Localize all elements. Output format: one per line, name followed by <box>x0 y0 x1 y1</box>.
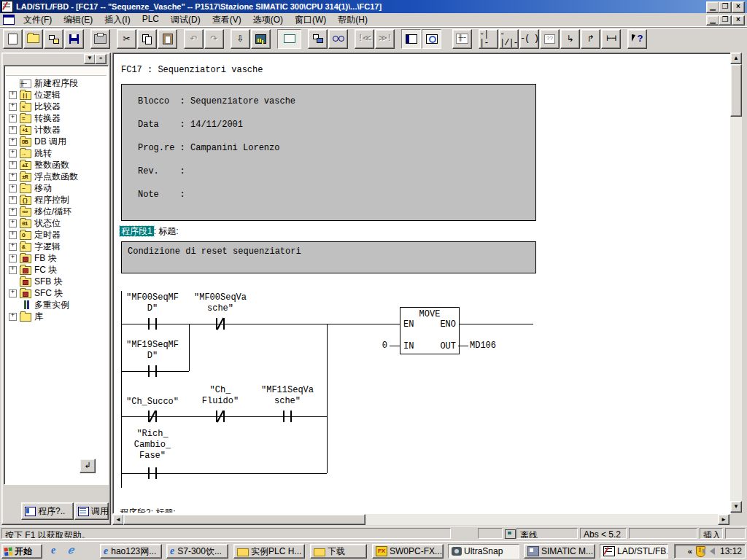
taskbar-button-下载[interactable]: 下载 <box>310 544 367 559</box>
title-bar[interactable]: LAD/STL/FBD - [FC17 -- "Sequenze_Vasche"… <box>0 0 747 13</box>
contact-label-ch-fluido[interactable]: "Ch_ Fluido" <box>202 385 239 407</box>
save-button[interactable] <box>64 29 84 49</box>
contact-no-rich-cambio-fase[interactable] <box>146 467 159 479</box>
tree-expand-icon[interactable]: + <box>9 254 17 262</box>
tree-expand-icon[interactable]: + <box>9 208 17 216</box>
copy-button[interactable] <box>137 29 157 49</box>
tree-item-状态位[interactable]: +01状态位 <box>4 217 108 229</box>
tree-item-比较器[interactable]: +<比较器 <box>4 101 108 112</box>
move-in-operand[interactable]: 0 <box>368 341 387 351</box>
tree-item-新建程序段[interactable]: +╫┄新建程序段 <box>4 77 108 89</box>
quicklaunch-ie-icon[interactable]: e <box>47 545 60 558</box>
help-select-button[interactable] <box>627 29 647 49</box>
menu-item-2[interactable]: 编辑(E) <box>58 12 98 28</box>
contact-no-mf11seqvasche[interactable] <box>281 411 294 422</box>
contact-no-mf00seqmfd[interactable] <box>146 318 159 330</box>
contact-no-mf19seqmfd[interactable] <box>146 365 159 377</box>
scroll-left-icon[interactable]: ◄ <box>112 514 124 525</box>
tree-item-整数函数[interactable]: +±I整数函数 <box>4 159 108 171</box>
network-number[interactable]: 程序段1 <box>120 226 154 236</box>
contact-label-mf00seqvasche[interactable]: "MF00SeqVa sche" <box>194 292 247 314</box>
new-network-button[interactable]: ╫┄ <box>452 29 472 49</box>
tree-expand-icon[interactable]: + <box>9 103 17 111</box>
horizontal-scroll-thumb[interactable] <box>123 514 365 525</box>
tree-item-SFC 块[interactable]: +SFC 块 <box>4 287 108 299</box>
contact-label-mf19seqmfd[interactable]: "MF19SeqMF D" <box>126 340 179 362</box>
tree-item-字逻辑[interactable]: +&字逻辑 <box>4 241 108 252</box>
tree-item-SFB 块[interactable]: +SFB 块 <box>4 276 108 287</box>
tree-expand-icon[interactable]: + <box>9 161 17 169</box>
menu-item-5[interactable]: 调试(D) <box>165 12 206 28</box>
block-comment-box[interactable]: Blocco : Sequenziatore vascheData : 14/1… <box>121 84 536 221</box>
menu-item-4[interactable]: PLC <box>136 12 165 28</box>
tree-expand-icon[interactable]: + <box>9 243 17 251</box>
contact-nc-mf00seqvasche[interactable] <box>214 318 227 330</box>
window-restore-button[interactable]: ❐ <box>719 1 732 13</box>
child-restore-button[interactable]: ❐ <box>719 15 732 26</box>
menu-item-8[interactable]: 窗口(W) <box>289 12 332 28</box>
editor-horizontal-scrollbar[interactable]: ◄ ► <box>112 514 729 525</box>
tree-item-跳转[interactable]: +→跳转 <box>4 147 108 159</box>
contact-label-rich-cambio-fase[interactable]: "Rich_ Cambio_ Fase" <box>134 429 171 462</box>
tree-item-多重实例[interactable]: +多重实例 <box>4 299 108 311</box>
redo-button[interactable]: ↷ <box>204 29 224 49</box>
menu-item-7[interactable]: 选项(O) <box>247 12 289 28</box>
tree-expand-icon[interactable]: + <box>9 114 17 122</box>
taskbar-button-SIMATIC M...[interactable]: SIMATIC M... <box>524 544 595 559</box>
contact-label-mf00seqmfd[interactable]: "MF00SeqMF D" <box>126 292 179 314</box>
contact-no-button[interactable]: -| |- <box>479 29 498 49</box>
tree-expand-icon[interactable]: + <box>9 196 17 204</box>
paste-button[interactable] <box>158 29 177 49</box>
contact-label-mf11seqvasche[interactable]: "MF11SeqVa sche" <box>261 385 314 407</box>
menu-item-6[interactable]: 查看(V) <box>206 12 247 28</box>
tree-item-程序控制[interactable]: +{}程序控制 <box>4 194 108 206</box>
goto-prev-error-button[interactable]: !≪ <box>355 29 374 49</box>
tree-item-库[interactable]: +库 <box>4 311 108 322</box>
tree-expand-icon[interactable]: + <box>9 126 17 134</box>
symbol-info-toggle[interactable] <box>277 29 301 49</box>
tree-item-移动[interactable]: +~移动 <box>4 182 108 194</box>
tab-call-structure[interactable]: 调用 <box>74 502 109 520</box>
tree-expand-icon[interactable]: + <box>9 138 17 146</box>
window-close-button[interactable]: × <box>732 1 745 13</box>
taskbar-button-LAD/STL/FB...[interactable]: LAD/STL/FB... <box>600 544 668 559</box>
network-comment-box[interactable]: Condizione di reset sequenziatori <box>121 241 536 273</box>
print-button[interactable] <box>90 29 110 49</box>
child-minimize-button[interactable]: ▁ <box>706 15 719 26</box>
tree-item-转换器[interactable]: +≈转换器 <box>4 112 108 124</box>
taskbar-button-S7-300饮...[interactable]: eS7-300饮... <box>166 544 228 559</box>
menu-item-3[interactable]: 插入(I) <box>98 12 136 28</box>
monitor-toggle[interactable] <box>328 29 348 49</box>
open-branch-button[interactable]: ↳ <box>560 29 580 49</box>
plc-download-button[interactable]: ⇩ <box>231 29 250 49</box>
tree-item-定时器[interactable]: +O定时器 <box>4 229 108 241</box>
next-network-clipped[interactable]: 程序段2: 标题: <box>120 507 176 513</box>
tree-item-浮点数函数[interactable]: +±R浮点数函数 <box>4 171 108 182</box>
tree-item-移位/循环[interactable]: +«»移位/循环 <box>4 206 108 217</box>
taskbar-button-UltraSnap[interactable]: UltraSnap <box>448 544 519 559</box>
taskbar-button-hao123网...[interactable]: ehao123网... <box>100 544 162 559</box>
start-button[interactable]: 开始 <box>1 544 42 559</box>
panel-resize-button[interactable]: ↲ <box>80 459 96 473</box>
scroll-right-icon[interactable]: ► <box>718 514 729 525</box>
cut-button[interactable]: ✂ <box>117 29 136 49</box>
undo-button[interactable]: ↶ <box>184 29 204 49</box>
open-button[interactable] <box>23 29 43 49</box>
tree-item-位逻辑[interactable]: +||位逻辑 <box>4 89 108 101</box>
tab-program-elements[interactable]: 程序?.. <box>21 502 74 520</box>
mdi-child-icon[interactable] <box>3 15 15 25</box>
panel-close-icon[interactable]: × <box>95 54 107 64</box>
tree-expand-icon[interactable]: + <box>9 149 17 158</box>
move-box[interactable]: MOVE EN ENO IN OUT <box>400 307 460 354</box>
contact-nc-button[interactable]: -|/|- <box>499 29 519 49</box>
taskbar-button-实例PLC H...[interactable]: 实例PLC H... <box>233 544 305 559</box>
menu-item-9[interactable]: 帮助(H) <box>332 12 374 28</box>
panel-dropdown-icon[interactable]: ▼ <box>84 54 96 64</box>
quicklaunch-desktop-icon[interactable]: ℯ <box>64 545 77 558</box>
new-button[interactable] <box>3 29 23 49</box>
tray-chevron[interactable]: « <box>688 547 692 556</box>
vertical-scroll-thumb[interactable] <box>730 64 742 117</box>
network-header[interactable]: 程序段1: 标题: <box>120 225 179 238</box>
scroll-down-icon[interactable]: ▼ <box>730 501 742 513</box>
goto-next-error-button[interactable]: ≫! <box>375 29 395 49</box>
